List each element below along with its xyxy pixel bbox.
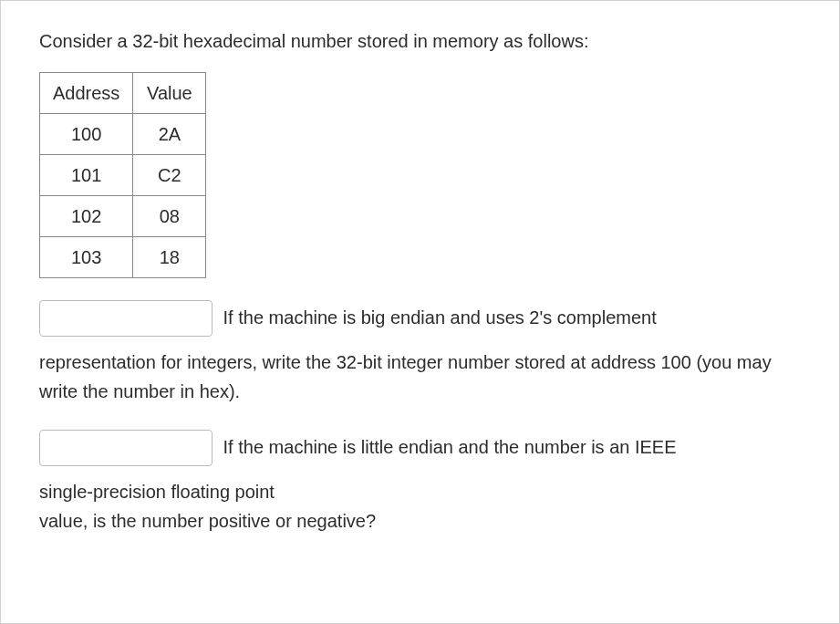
question-2: If the machine is little endian and the … bbox=[39, 430, 801, 536]
table-header-row: Address Value bbox=[40, 73, 206, 114]
cell-address: 102 bbox=[40, 196, 133, 237]
cell-address: 101 bbox=[40, 155, 133, 196]
cell-address: 100 bbox=[40, 114, 133, 155]
table-row: 103 18 bbox=[40, 237, 206, 278]
q2-continuation-1: single-precision floating point bbox=[39, 477, 801, 506]
cell-address: 103 bbox=[40, 237, 133, 278]
cell-value: 2A bbox=[133, 114, 206, 155]
table-row: 100 2A bbox=[40, 114, 206, 155]
question-1: If the machine is big endian and uses 2'… bbox=[39, 300, 801, 406]
cell-value: C2 bbox=[133, 155, 206, 196]
cell-value: 18 bbox=[133, 237, 206, 278]
q1-inline-text: If the machine is big endian and uses 2'… bbox=[223, 307, 657, 328]
q1-continuation: representation for integers, write the 3… bbox=[39, 348, 801, 406]
header-address: Address bbox=[40, 73, 133, 114]
q2-continuation-2: value, is the number positive or negativ… bbox=[39, 506, 801, 536]
answer-input-1[interactable] bbox=[39, 300, 213, 337]
table-row: 101 C2 bbox=[40, 155, 206, 196]
table-row: 102 08 bbox=[40, 196, 206, 237]
q2-inline-text: If the machine is little endian and the … bbox=[223, 437, 677, 457]
question-container: Consider a 32-bit hexadecimal number sto… bbox=[0, 0, 840, 624]
answer-input-2[interactable] bbox=[39, 430, 213, 466]
header-value: Value bbox=[133, 73, 206, 114]
memory-table: Address Value 100 2A 101 C2 102 08 103 1… bbox=[39, 72, 206, 278]
intro-text: Consider a 32-bit hexadecimal number sto… bbox=[39, 26, 801, 56]
cell-value: 08 bbox=[133, 196, 206, 237]
